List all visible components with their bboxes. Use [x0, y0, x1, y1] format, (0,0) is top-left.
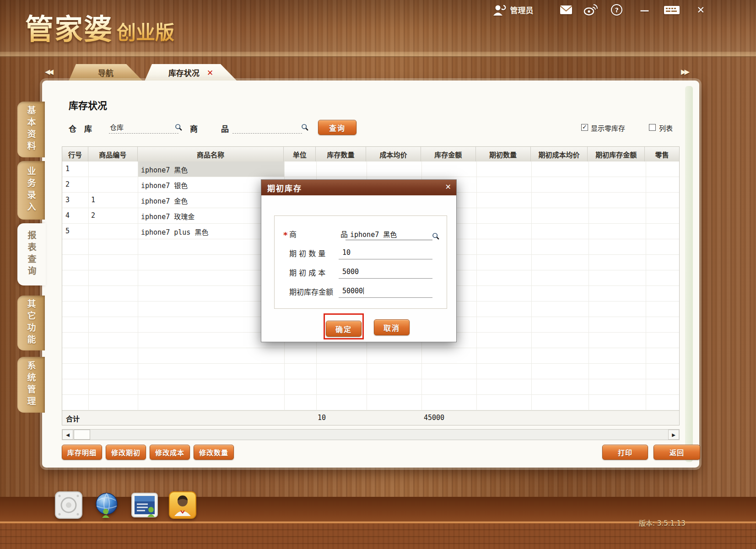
- tab-navigation[interactable]: 导航: [69, 64, 143, 81]
- warehouse-input[interactable]: 仓库: [109, 121, 178, 134]
- scroll-right-button[interactable]: ▶: [668, 430, 679, 440]
- show-zero-stock-label: 显示零库存: [591, 123, 625, 133]
- col-header-initial-amount: 期初库存金额: [588, 147, 645, 161]
- product-label: 商 品: [190, 123, 229, 134]
- sidebar-item-basic-data[interactable]: 基本资料: [17, 102, 45, 157]
- product-field-value[interactable]: iphone7 黑色: [350, 229, 397, 239]
- window-controls: 管理员 ? — ✕: [492, 4, 705, 16]
- back-button[interactable]: 返回: [653, 445, 700, 460]
- user-name: 管理员: [510, 4, 533, 16]
- dock: [54, 490, 197, 520]
- sidebar-label: 基本资料: [25, 106, 38, 153]
- required-marker: *: [283, 230, 287, 240]
- ok-button[interactable]: 确定: [326, 321, 362, 337]
- sidebar-item-other-functions[interactable]: 其它功能: [17, 296, 45, 350]
- version-label: 版本: 3.5.1.13: [639, 518, 686, 527]
- cell-row-no: 4: [65, 211, 70, 220]
- help-icon[interactable]: ?: [611, 4, 622, 16]
- user-icon: [492, 4, 506, 16]
- col-header-retail: 零售: [645, 147, 679, 161]
- header-divider: [0, 52, 756, 57]
- check-icon: ✓: [582, 124, 587, 130]
- scrollbar-thumb[interactable]: [74, 430, 90, 440]
- tabs-scroll-right-icon[interactable]: ▶▶: [681, 68, 688, 76]
- text-cursor: [363, 287, 364, 294]
- scroll-right-icon: ▶: [672, 432, 675, 437]
- keyboard-icon[interactable]: [664, 5, 680, 16]
- warehouse-search-icon[interactable]: [175, 124, 183, 131]
- desktop: 管家婆创业版 管理员 ? — ✕ ◀◀ 导航 库存状况 ✕: [0, 0, 756, 549]
- weibo-icon[interactable]: [583, 4, 598, 16]
- dialog-title: 期初库存: [267, 182, 302, 194]
- product-field-label: 商 品: [289, 228, 348, 239]
- total-stock-qty: 10: [318, 414, 326, 422]
- tabs-scroll-left-icon[interactable]: ◀◀: [45, 68, 52, 76]
- col-header-avg-cost: 成本均价: [366, 147, 421, 161]
- logo-text-main: 管家婆: [25, 13, 113, 46]
- col-header-product-code: 商品编号: [88, 147, 138, 161]
- print-button[interactable]: 打印: [602, 445, 648, 460]
- close-button[interactable]: ✕: [697, 5, 705, 16]
- cell-row-no: 5: [65, 227, 70, 235]
- page-title: 库存状况: [69, 98, 107, 112]
- product-search-icon[interactable]: [301, 124, 309, 131]
- globe-icon[interactable]: [92, 490, 121, 520]
- initial-amount-label: 期初库存金额: [289, 286, 333, 297]
- sidebar-label: 业务录入: [25, 167, 38, 214]
- edit-cost-button[interactable]: 修改成本: [150, 445, 190, 460]
- table-row[interactable]: 1 iphone7 黑色: [62, 161, 679, 177]
- warehouse-label: 仓 库: [69, 123, 92, 134]
- product-input[interactable]: [232, 121, 302, 134]
- dialog-header[interactable]: 期初库存: [261, 180, 456, 195]
- initial-amount-text: 50000: [342, 287, 363, 295]
- sidebar-label: 报表查询: [26, 231, 38, 278]
- panel-right-gutter: [685, 86, 693, 462]
- cell-row-no: 1: [65, 165, 70, 173]
- col-header-initial-avg-cost: 期初成本均价: [531, 147, 588, 161]
- cell-row-no: 3: [65, 196, 70, 204]
- initial-amount-value[interactable]: 50000: [342, 287, 364, 295]
- list-view-checkbox[interactable]: [649, 124, 656, 131]
- query-button[interactable]: 查询: [318, 120, 356, 135]
- initial-cost-value[interactable]: 5000: [342, 268, 359, 276]
- list-window-icon[interactable]: [130, 490, 159, 520]
- scroll-left-button[interactable]: ◀: [62, 430, 73, 440]
- tab-close-icon[interactable]: ✕: [207, 68, 213, 77]
- person-icon[interactable]: [168, 490, 197, 520]
- col-header-row-no: 行号: [62, 147, 88, 161]
- right-action-buttons: 打印 返回: [602, 445, 700, 460]
- settings-disk-icon[interactable]: [54, 490, 83, 520]
- stock-detail-button[interactable]: 库存明细: [62, 445, 102, 460]
- sidebar-label: 系统管理: [25, 361, 38, 409]
- ok-button-highlight-box: 确定: [324, 313, 364, 339]
- help-glyph: ?: [615, 6, 619, 14]
- field-underline: [339, 278, 432, 279]
- edit-initial-button[interactable]: 修改期初: [106, 445, 146, 460]
- initial-qty-label: 期 初 数 量: [289, 248, 325, 258]
- table-total-row: 合计 10 45000: [62, 410, 679, 425]
- sidebar-item-business-entry[interactable]: 业务录入: [17, 161, 45, 220]
- sidebar-item-report-query[interactable]: 报表查询: [17, 223, 46, 285]
- app-header: 管家婆创业版 管理员 ? — ✕: [0, 0, 756, 56]
- cell-product-name: iphone7 玫瑰金: [141, 211, 194, 221]
- edit-qty-button[interactable]: 修改数量: [194, 445, 234, 460]
- minimize-button[interactable]: —: [640, 8, 649, 12]
- horizontal-scrollbar[interactable]: ◀ ▶: [62, 429, 680, 440]
- show-zero-stock-checkbox[interactable]: ✓: [581, 124, 588, 131]
- dialog-product-search-icon[interactable]: [432, 232, 440, 240]
- sidebar-item-system-management[interactable]: 系统管理: [17, 357, 45, 413]
- tab-inventory-status[interactable]: 库存状况 ✕: [145, 64, 237, 81]
- col-header-stock-qty: 库存数量: [316, 147, 366, 161]
- initial-stock-dialog: 期初库存 ✕ * 商 品 iphone7 黑色 期 初 数 量 10 期 初 成…: [261, 179, 457, 342]
- total-label: 合计: [66, 414, 80, 423]
- initial-cost-label: 期 初 成 本: [289, 267, 325, 278]
- dialog-fieldset: * 商 品 iphone7 黑色 期 初 数 量 10 期 初 成 本 5000…: [274, 215, 447, 309]
- left-action-buttons: 库存明细 修改期初 修改成本 修改数量: [62, 445, 234, 460]
- dialog-close-icon[interactable]: ✕: [445, 183, 451, 191]
- col-header-initial-qty: 期初数量: [476, 147, 531, 161]
- cell-product-code: 1: [91, 196, 95, 204]
- initial-qty-value[interactable]: 10: [342, 248, 351, 257]
- total-stock-amount: 45000: [424, 414, 444, 422]
- cancel-button[interactable]: 取消: [374, 319, 410, 335]
- mail-icon[interactable]: [560, 5, 572, 15]
